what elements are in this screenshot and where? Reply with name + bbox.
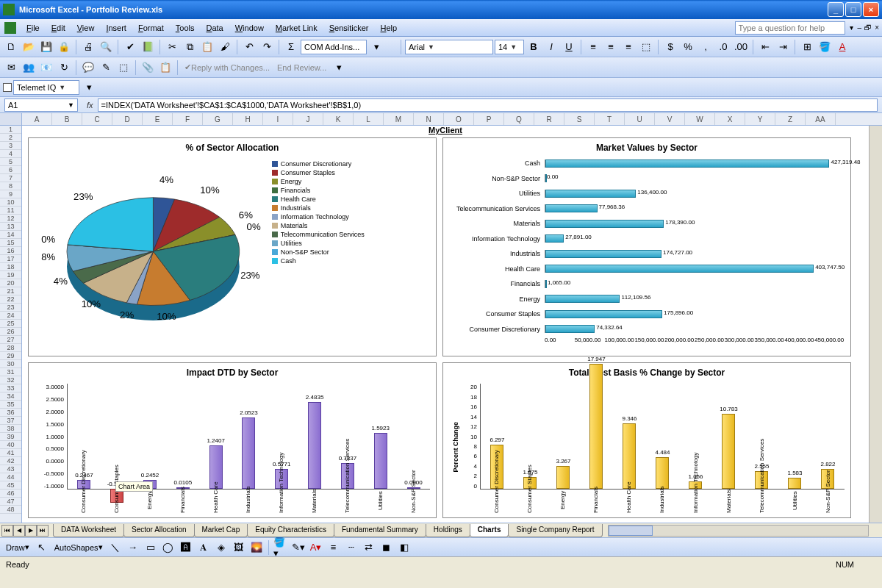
row-header-32[interactable]: 32: [0, 376, 21, 384]
rev-icon-5[interactable]: 💬: [80, 60, 96, 76]
menu-view[interactable]: View: [71, 21, 101, 35]
col-header-G[interactable]: G: [203, 113, 233, 125]
shadow-icon[interactable]: ◼: [379, 539, 395, 556]
row-header-10[interactable]: 10: [0, 198, 21, 207]
font-size-selector[interactable]: 14▼: [495, 40, 524, 54]
row-header-28[interactable]: 28: [0, 344, 21, 352]
col-header-O[interactable]: O: [444, 113, 474, 125]
row-header-12[interactable]: 12: [0, 215, 21, 223]
row-header-36[interactable]: 36: [0, 409, 21, 417]
menu-help[interactable]: Help: [375, 21, 404, 35]
col-header-Y[interactable]: Y: [745, 113, 775, 125]
row-header-24[interactable]: 24: [0, 312, 21, 320]
sheet-tab-holdings[interactable]: Holdings: [426, 524, 470, 537]
row-header-34[interactable]: 34: [0, 392, 21, 401]
row-header-30[interactable]: 30: [0, 360, 21, 368]
end-review-button[interactable]: End Review...: [274, 60, 329, 75]
reply-changes-button[interactable]: ✔ Reply with Changes...: [182, 60, 273, 75]
row-header-6[interactable]: 6: [0, 166, 21, 174]
line-color-icon[interactable]: ✎▾: [290, 539, 306, 556]
diagram-icon[interactable]: ◈: [213, 539, 229, 556]
col-header-T[interactable]: T: [595, 113, 625, 125]
row-header-15[interactable]: 15: [0, 239, 21, 247]
col-header-R[interactable]: R: [534, 113, 564, 125]
telemet-iq-button[interactable]: Telemet IQ▼: [13, 80, 79, 95]
row-header-22[interactable]: 22: [0, 295, 21, 304]
sheet-tab-equity-characteristics[interactable]: Equity Characteristics: [247, 524, 334, 537]
col-header-P[interactable]: P: [474, 113, 504, 125]
copy-icon[interactable]: ⧉: [182, 39, 198, 55]
row-header-11[interactable]: 11: [0, 207, 21, 215]
row-header-7[interactable]: 7: [0, 174, 21, 182]
tab-nav-prev[interactable]: ◀: [13, 525, 25, 537]
formula-input[interactable]: =INDEX('DATA Worksheet'!$CA$1:$CA$1000,'…: [98, 98, 878, 112]
cut-icon[interactable]: ✂: [164, 39, 180, 55]
research-icon[interactable]: 📗: [140, 39, 156, 55]
fx-label[interactable]: fx: [87, 101, 93, 110]
row-header-3[interactable]: 3: [0, 142, 21, 150]
align-center-icon[interactable]: ≡: [603, 39, 619, 55]
wordart-icon[interactable]: 𝐀: [196, 539, 212, 556]
menu-file[interactable]: File: [21, 21, 46, 35]
chart-hbar-market-values[interactable]: Market Values by Sector Cash427,319.48No…: [442, 137, 851, 356]
borders-icon[interactable]: ⊞: [799, 39, 815, 55]
align-right-icon[interactable]: ≡: [620, 39, 637, 55]
worksheet-area[interactable]: MyClient % of Sector Allocation 4%10%6%0…: [22, 126, 869, 523]
col-header-K[interactable]: K: [323, 113, 354, 125]
row-header-41[interactable]: 41: [0, 449, 21, 457]
row-header-14[interactable]: 14: [0, 231, 21, 239]
col-header-A[interactable]: A: [22, 113, 52, 125]
help-search[interactable]: [735, 21, 845, 35]
row-header-19[interactable]: 19: [0, 271, 21, 279]
dash-style-icon[interactable]: ┄: [343, 539, 359, 556]
percent-icon[interactable]: %: [680, 39, 696, 55]
minimize-button[interactable]: _: [828, 2, 844, 17]
line-icon[interactable]: ＼: [107, 539, 123, 556]
horizontal-scrollbar[interactable]: [608, 525, 869, 537]
select-objects-icon[interactable]: ↖: [34, 539, 50, 556]
help-search-input[interactable]: [735, 21, 845, 35]
col-header-U[interactable]: U: [625, 113, 655, 125]
arrow-style-icon[interactable]: ⇄: [361, 539, 377, 556]
paste-icon[interactable]: 📋: [199, 39, 215, 55]
menu-market-link[interactable]: Market Link: [270, 21, 323, 35]
row-header-21[interactable]: 21: [0, 287, 21, 295]
col-header-W[interactable]: W: [685, 113, 715, 125]
col-header-J[interactable]: J: [293, 113, 323, 125]
select-all-corner[interactable]: [0, 113, 22, 125]
font-selector[interactable]: Arial▼: [405, 40, 493, 54]
menu-edit[interactable]: Edit: [46, 21, 71, 35]
decrease-indent-icon[interactable]: ⇤: [757, 39, 773, 55]
underline-icon[interactable]: U: [561, 39, 577, 55]
addin-options-icon[interactable]: ▾: [81, 79, 97, 96]
row-header-16[interactable]: 16: [0, 247, 21, 255]
autoshapes-menu[interactable]: AutoShapes ▾: [51, 540, 106, 555]
col-header-V[interactable]: V: [655, 113, 685, 125]
row-header-31[interactable]: 31: [0, 368, 21, 376]
tab-nav-next[interactable]: ▶: [25, 525, 37, 537]
rev-icon-7[interactable]: ⬚: [115, 60, 132, 76]
row-header-45[interactable]: 45: [0, 481, 21, 490]
rev-icon-2[interactable]: 👥: [21, 60, 37, 76]
row-header-46[interactable]: 46: [0, 490, 21, 498]
tab-nav-last[interactable]: ⏭: [37, 525, 49, 537]
draw-menu[interactable]: Draw ▾: [3, 540, 32, 555]
vertical-scrollbar[interactable]: [869, 126, 882, 523]
increase-decimal-icon[interactable]: .0: [715, 39, 731, 55]
col-header-N[interactable]: N: [414, 113, 444, 125]
save-icon[interactable]: 💾: [38, 39, 54, 55]
row-header-37[interactable]: 37: [0, 417, 21, 425]
sheet-tab-charts[interactable]: Charts: [470, 524, 509, 537]
col-header-I[interactable]: I: [263, 113, 293, 125]
fill-color-icon[interactable]: 🪣: [817, 39, 833, 55]
align-left-icon[interactable]: ≡: [585, 39, 601, 55]
sheet-tab-sector-allocation[interactable]: Sector Allocation: [123, 524, 195, 537]
font-color-draw-icon[interactable]: A▾: [308, 539, 324, 556]
row-header-39[interactable]: 39: [0, 433, 21, 441]
menu-format[interactable]: Format: [132, 21, 170, 35]
undo-icon[interactable]: ↶: [241, 39, 257, 55]
mdi-x-icon[interactable]: ×: [875, 24, 879, 32]
row-header-8[interactable]: 8: [0, 182, 21, 190]
preview-icon[interactable]: 🔍: [98, 39, 114, 55]
menu-sensiticker[interactable]: Sensiticker: [323, 21, 375, 35]
